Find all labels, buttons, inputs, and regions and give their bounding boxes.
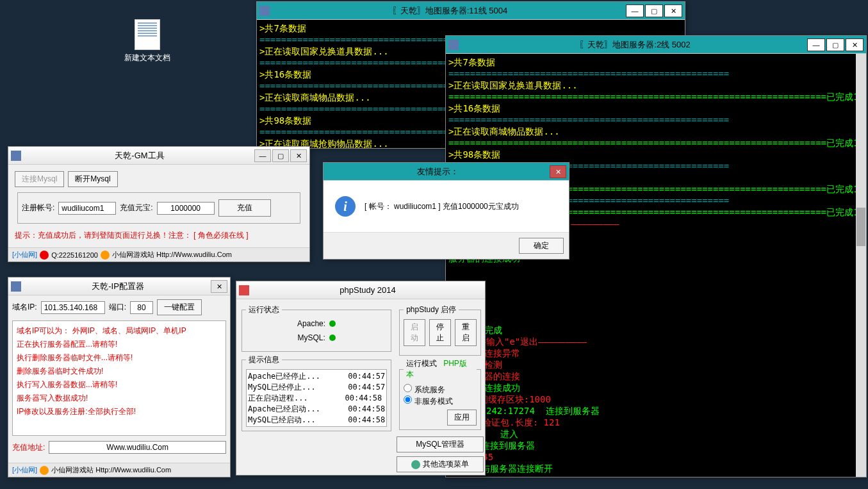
mysql-manager-button[interactable]: MySQL管理器 xyxy=(397,436,484,452)
app-icon xyxy=(259,6,270,16)
recharge-addr-label: 充值地址: xyxy=(12,442,45,453)
tips-box: Apache已经停止... 00:44:57 MySQL已经停止... 00:4… xyxy=(246,369,387,427)
minimize-button[interactable]: — xyxy=(626,4,644,17)
minimize-button[interactable]: — xyxy=(807,38,825,51)
footer-xian-link[interactable]: [小仙网] xyxy=(12,465,37,475)
gm-titlebar[interactable]: 天乾-GM工具 — ▢ ✕ xyxy=(8,147,309,165)
gear-icon xyxy=(411,460,420,469)
recharge-addr-input[interactable] xyxy=(49,441,226,454)
disconnect-mysql-button[interactable]: 断开Mysql xyxy=(68,171,117,187)
reg-account-label: 注册帐号: xyxy=(22,203,54,213)
console2-titlebar[interactable]: 〖天乾〗地图服务器:2线 5002 — ▢ ✕ xyxy=(446,36,866,54)
apache-status-dot xyxy=(329,320,336,327)
phpstudy-window: phpStudy 2014 运行状态 Apache: MySQL: 提示信息 A… xyxy=(236,281,486,476)
ip-title: 天乾-IP配置器 xyxy=(25,281,211,292)
php-title: phpStudy 2014 xyxy=(253,285,482,295)
dialog-title: 友情提示： xyxy=(326,166,550,178)
domain-ip-input[interactable] xyxy=(41,301,105,314)
close-button[interactable]: ✕ xyxy=(211,280,227,293)
startstop-legend: phpStudy 启停 xyxy=(404,304,459,315)
one-click-config-button[interactable]: 一键配置 xyxy=(157,299,202,315)
apply-button[interactable]: 应用 xyxy=(447,410,477,426)
footer-qq: Q:2225161200 xyxy=(51,251,98,259)
close-button[interactable]: ✕ xyxy=(664,4,682,17)
mysql-status-dot xyxy=(329,335,336,341)
maximize-button[interactable]: ▢ xyxy=(826,38,844,51)
close-button[interactable]: ✕ xyxy=(290,149,307,162)
console2-body: >共7条数据==================================… xyxy=(446,54,866,477)
minimize-button[interactable]: — xyxy=(254,149,271,162)
gm-tool-window: 天乾-GM工具 — ▢ ✕ 连接Mysql 断开Mysql 注册帐号: 充值元宝… xyxy=(8,146,310,262)
ip-titlebar[interactable]: 天乾-IP配置器 ✕ xyxy=(8,278,230,295)
info-icon: i xyxy=(335,196,356,217)
footer-xian-link[interactable]: [小仙网] xyxy=(12,250,37,260)
app-icon xyxy=(448,40,459,50)
ip-log-box: 域名IP可以为： 外网IP、域名、局域网IP、单机IP正在执行服务器配置...请… xyxy=(12,320,226,436)
phpstudy-icon xyxy=(239,285,249,295)
tips-legend: 提示信息 xyxy=(246,354,282,365)
nonservice-mode-radio[interactable]: 非服务模式 xyxy=(404,397,452,406)
footer-site-link[interactable]: 小仙网游戏站 Http://Www.wudiliu.Com xyxy=(112,250,232,260)
gm-title: 天乾-GM工具 xyxy=(25,150,254,162)
info-dialog: 友情提示： ✕ i [ 帐号： wudiliucom1 ] 充值1000000元… xyxy=(323,162,569,260)
port-label: 端口: xyxy=(109,302,126,313)
run-status-legend: 运行状态 xyxy=(246,304,282,315)
other-options-button[interactable]: 其他选项菜单 xyxy=(397,456,484,472)
desktop-icon-label: 新建文本文档 xyxy=(122,53,173,63)
console2-title: 〖天乾〗地图服务器:2线 5002 xyxy=(463,39,807,51)
connect-mysql-button[interactable]: 连接Mysql xyxy=(15,171,64,187)
console1-titlebar[interactable]: 〖天乾〗地图服务器:11线 5004 — ▢ ✕ xyxy=(257,2,685,20)
dialog-titlebar[interactable]: 友情提示： ✕ xyxy=(323,163,569,181)
close-button[interactable]: ✕ xyxy=(846,38,864,51)
txt-file-icon xyxy=(135,19,160,50)
start-button[interactable]: 启动 xyxy=(404,319,425,346)
ip-config-window: 天乾-IP配置器 ✕ 域名IP: 端口: 一键配置 域名IP可以为： 外网IP、… xyxy=(8,277,231,477)
footer-site-link[interactable]: 小仙网游戏站 Http://Www.wudiliu.Com xyxy=(51,465,171,475)
recharge-label: 充值元宝: xyxy=(120,203,152,213)
restart-button[interactable]: 重启 xyxy=(455,319,477,346)
dialog-close-button[interactable]: ✕ xyxy=(550,165,566,178)
stop-button[interactable]: 停止 xyxy=(429,319,451,346)
php-titlebar[interactable]: phpStudy 2014 xyxy=(236,281,485,299)
desktop-file-icon[interactable]: 新建文本文档 xyxy=(122,19,173,63)
port-input[interactable] xyxy=(130,301,153,314)
run-mode-legend: 运行模式 xyxy=(406,359,437,368)
maximize-button[interactable]: ▢ xyxy=(272,149,289,162)
dialog-message: [ 帐号： wudiliucom1 ] 充值1000000元宝成功 xyxy=(364,201,519,212)
domain-ip-label: 域名IP: xyxy=(12,302,37,313)
scrollbar[interactable] xyxy=(856,54,866,477)
recharge-amount-input[interactable] xyxy=(157,202,215,215)
system-service-radio[interactable]: 系统服务 xyxy=(404,385,445,394)
qq-icon xyxy=(40,251,49,260)
globe-icon xyxy=(101,251,110,260)
dialog-ok-button[interactable]: 确定 xyxy=(519,238,564,254)
mysql-label: MySQL: xyxy=(297,333,325,342)
app-icon xyxy=(11,281,21,292)
maximize-button[interactable]: ▢ xyxy=(645,4,663,17)
console1-title: 〖天乾〗地图服务器:11线 5004 xyxy=(274,5,626,17)
apache-label: Apache: xyxy=(297,319,325,328)
gm-tip: 提示：充值成功后，请到登陆页面进行兑换！注意： [ 角色必须在线 ] xyxy=(15,230,303,241)
app-icon xyxy=(11,151,21,161)
globe-icon xyxy=(40,466,49,475)
recharge-button[interactable]: 充值 xyxy=(218,199,271,217)
reg-account-input[interactable] xyxy=(58,202,116,215)
